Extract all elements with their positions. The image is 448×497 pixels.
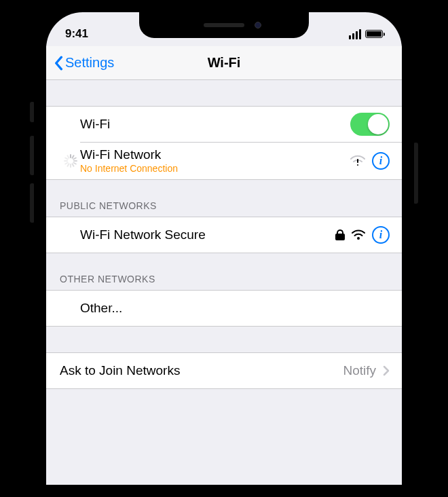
info-button[interactable]: i	[372, 152, 390, 170]
screen: 9:41 Settings Wi-Fi Wi-Fi	[46, 12, 402, 485]
other-network-row[interactable]: Other...	[46, 291, 402, 326]
chevron-right-icon	[383, 365, 390, 376]
public-networks-group: Wi-Fi Network Secure	[46, 217, 402, 253]
network-row[interactable]: Wi-Fi Network Secure	[46, 217, 402, 253]
phone-frame: 9:41 Settings Wi-Fi Wi-Fi	[34, 0, 414, 497]
notch	[139, 12, 309, 38]
current-network-row[interactable]: Wi-Fi Network No Internet Connection	[46, 142, 402, 179]
other-networks-header: OTHER NETWORKS	[46, 253, 402, 290]
navigation-bar: Settings Wi-Fi	[46, 46, 402, 80]
battery-icon	[365, 30, 383, 38]
wifi-toggle[interactable]	[350, 113, 390, 136]
power-button	[413, 143, 418, 204]
svg-point-2	[357, 237, 360, 240]
front-camera	[255, 22, 261, 29]
info-button[interactable]: i	[372, 226, 390, 244]
ask-to-join-value: Notify	[343, 363, 376, 378]
wifi-toggle-row: Wi-Fi	[46, 107, 402, 142]
page-title: Wi-Fi	[46, 55, 402, 71]
current-network-status: No Internet Connection	[80, 163, 350, 174]
other-networks-group: Other...	[46, 290, 402, 327]
ask-to-join-label: Ask to Join Networks	[60, 363, 343, 378]
ask-to-join-group: Ask to Join Networks Notify	[46, 352, 402, 389]
other-label: Other...	[80, 301, 390, 316]
public-networks-header: PUBLIC NETWORKS	[46, 180, 402, 217]
wifi-toggle-label: Wi-Fi	[80, 117, 350, 132]
wifi-signal-icon	[352, 229, 365, 240]
network-name: Wi-Fi Network Secure	[80, 227, 335, 242]
svg-rect-1	[357, 159, 358, 163]
cellular-signal-icon	[349, 29, 361, 39]
wifi-issue-icon	[350, 155, 365, 167]
wifi-main-group: Wi-Fi	[46, 106, 402, 180]
content-scroll[interactable]: Wi-Fi	[46, 80, 402, 389]
speaker-grille	[204, 23, 244, 27]
svg-point-0	[357, 164, 358, 166]
ask-to-join-row[interactable]: Ask to Join Networks Notify	[46, 353, 402, 388]
status-time: 9:41	[65, 27, 88, 41]
lock-icon	[335, 229, 345, 240]
spinner-icon	[63, 154, 77, 168]
current-network-name: Wi-Fi Network	[80, 147, 350, 162]
